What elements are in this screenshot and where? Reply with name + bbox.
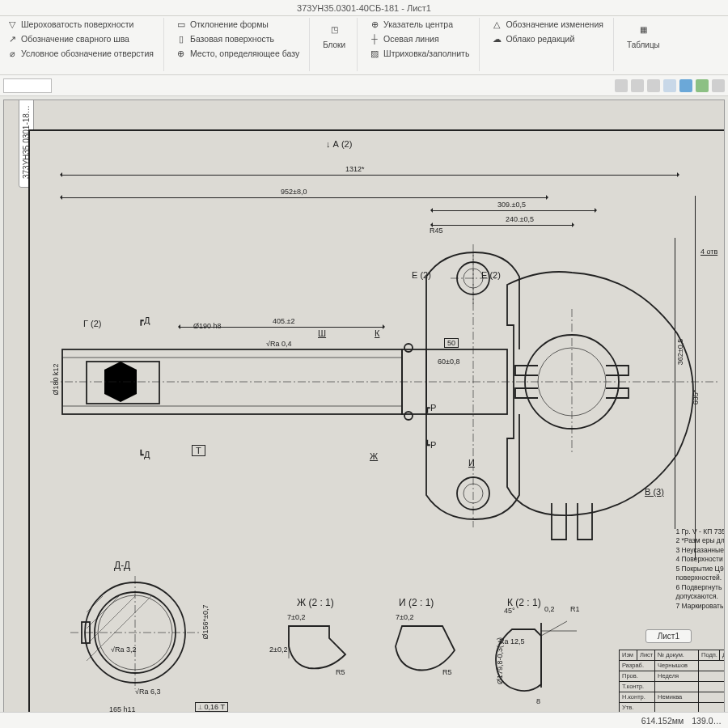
zh-2: 2±0,2 <box>269 645 287 654</box>
dim-line <box>62 197 546 198</box>
status-coord-y: 139.0… <box>692 716 722 726</box>
cmd-form-dev[interactable]: ▭Отклонение формы <box>174 18 301 31</box>
label-d2: ┗Д <box>138 450 150 460</box>
datum-icon: ▯ <box>176 33 187 44</box>
sheet-tab[interactable]: Лист1 <box>645 629 692 643</box>
label-i21: И (2 : 1) <box>399 597 434 608</box>
drawing-canvas[interactable]: 373УН35.0301-18… 1312* 952±8,0 309.±0,5 … <box>3 99 725 728</box>
view-settings-icon[interactable] <box>712 79 725 92</box>
center-mark-icon: ⊕ <box>369 19 380 30</box>
label-k: К <box>375 328 379 338</box>
dim-309: 309.±0,5 <box>497 201 526 209</box>
dim-952: 952±8,0 <box>281 188 307 196</box>
label-sh: Ш <box>318 328 326 338</box>
form-dev-icon: ▭ <box>176 19 187 30</box>
svg-line-24 <box>87 596 103 612</box>
zoom-window-icon[interactable] <box>663 79 676 92</box>
weld-icon: ↗ <box>6 33 18 44</box>
dim-635: 635* <box>692 390 700 405</box>
cmd-datum-target[interactable]: ⊕Место, определяющее базу <box>174 47 301 60</box>
phi156: Ø156*±0,7 <box>201 605 210 640</box>
k-45: 45° <box>504 607 515 615</box>
dim-60: 60±0,8 <box>438 358 459 366</box>
detail-i <box>378 610 475 691</box>
i-7: 7±0,2 <box>396 613 413 621</box>
rotate-icon[interactable] <box>696 79 709 92</box>
dim-line <box>433 225 572 226</box>
svg-point-16 <box>404 412 413 420</box>
ra04: √Ra 0,4 <box>266 340 291 348</box>
window-title: 373УН35.0301-40СБ-181 - Лист1 <box>0 0 728 16</box>
cmd-centerline[interactable]: ┼Осевая линия <box>367 32 471 45</box>
k-8: 8 <box>536 697 540 705</box>
dim-1312: 1312* <box>345 165 365 173</box>
label-g2: Г (2) <box>83 319 101 328</box>
blocks-icon: ◳ <box>324 19 344 39</box>
zoom-input[interactable] <box>3 78 52 93</box>
label-zh21: Ж (2 : 1) <box>297 597 334 608</box>
cmd-blocks[interactable]: ◳Блоки <box>320 18 349 51</box>
ribbon: ▽Шероховатость поверхности ↗Обозначение … <box>0 16 728 75</box>
cmd-tables[interactable]: ▦Таблицы <box>624 18 663 51</box>
tables-icon: ▦ <box>633 19 653 39</box>
dim-line <box>433 210 595 211</box>
cmd-datum[interactable]: ▯Базовая поверхность <box>174 32 301 45</box>
zoom-in-icon[interactable] <box>631 79 644 92</box>
dim-r45: R45 <box>430 226 443 235</box>
title-block: ИзмЛист№ докум.Подп.Дата Разраб.Чернышов… <box>619 650 725 713</box>
svg-line-25 <box>87 596 119 629</box>
cloud-icon: ☁ <box>491 33 502 44</box>
section-dd <box>62 572 224 701</box>
zh-7: 7±0,2 <box>287 613 305 621</box>
dim-240: 240.±0,5 <box>506 215 534 223</box>
dim-line <box>62 175 677 176</box>
cmd-hatch[interactable]: ▨Штриховка/заполнить <box>367 47 471 60</box>
section-a: ↓ А (2) <box>326 139 352 149</box>
label-dd: Д-Д <box>114 560 130 571</box>
datum-target-icon: ⊕ <box>176 48 187 59</box>
cmd-hole[interactable]: ⌀Условное обозначение отверстия <box>5 47 155 60</box>
view-toolbar <box>0 75 728 96</box>
ra63: √Ra 6,3 <box>135 688 160 696</box>
cmd-revision-cloud[interactable]: ☁Облако редакций <box>489 32 605 45</box>
svg-line-32 <box>541 621 567 636</box>
cmd-revision[interactable]: △Обозначение изменения <box>489 18 605 31</box>
k-r1: R1 <box>570 605 580 613</box>
cmd-center-mark[interactable]: ⊕Указатель центра <box>367 18 471 31</box>
drawing-sheet: 1312* 952±8,0 309.±0,5 240.±0,5 405.±2 ↓… <box>28 129 725 713</box>
pan-icon[interactable] <box>679 79 692 92</box>
zoom-out-icon[interactable] <box>647 79 660 92</box>
label-e2: Е (2) <box>481 270 501 280</box>
centerline-icon: ┼ <box>369 33 380 44</box>
i-r5: R5 <box>442 668 452 676</box>
k-02: 0,2 <box>544 605 555 613</box>
label-e1: Е (2) <box>412 270 431 280</box>
datum-t: Т <box>192 445 205 456</box>
dim-362: 362±0,5 <box>676 339 684 365</box>
zh-r5: R5 <box>336 668 345 676</box>
label-p2: ┗Р <box>425 440 436 451</box>
dim-50: 50 <box>444 338 459 348</box>
label-zh: Ж <box>370 451 378 461</box>
ra32: √Ra 3,2 <box>111 645 136 654</box>
status-bar: 614.152мм 139.0… <box>0 712 728 728</box>
tol-t: ⟂ 0,16 Т <box>195 702 228 712</box>
extline <box>695 196 696 560</box>
dim-4holes: 4 отв <box>700 248 717 256</box>
label-b3: В (3) <box>645 487 664 497</box>
label-d1: ┏Д <box>138 315 150 326</box>
zoom-fit-icon[interactable] <box>615 79 628 92</box>
k-phi179: Ø179,8-0,3(∨) <box>496 637 504 684</box>
hatch-icon: ▨ <box>369 48 380 59</box>
cmd-weld[interactable]: ↗Обозначение сварного шва <box>5 32 155 45</box>
main-view <box>54 228 701 552</box>
cmd-roughness[interactable]: ▽Шероховатость поверхности <box>5 18 155 31</box>
dim-phi190: Ø190 h8 <box>193 322 222 330</box>
svg-point-15 <box>404 344 413 352</box>
drawing-notes: 1 Гр. V - КП 735 ГО С… 2 *Разм еры для с… <box>675 527 725 611</box>
roughness-icon: ▽ <box>6 19 18 30</box>
revision-icon: △ <box>491 19 502 30</box>
status-coord-x: 614.152мм <box>641 716 684 726</box>
hole-icon: ⌀ <box>6 48 18 59</box>
extline <box>675 238 675 529</box>
